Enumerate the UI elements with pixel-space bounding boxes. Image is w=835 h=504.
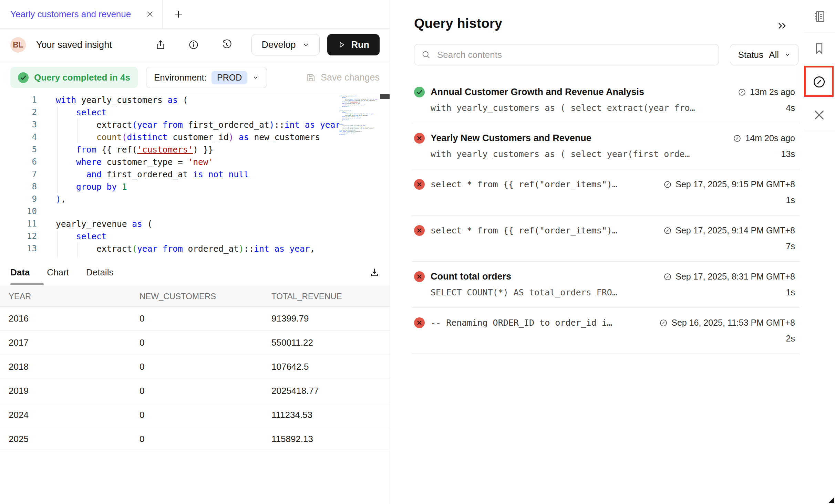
history-item-title: Annual Customer Growth and Revenue Analy… <box>431 87 644 97</box>
code-line[interactable]: 12 select <box>0 230 390 242</box>
chevron-down-icon <box>302 41 310 49</box>
tab-yearly-customers-and-revenue[interactable]: Yearly customers and revenue <box>0 0 163 28</box>
history-item[interactable]: Yearly New Customers and Revenue14m 20s … <box>412 123 800 169</box>
panel-title: Query history <box>414 16 502 31</box>
history-item[interactable]: -- Renaming ORDER_ID to order_id i…Sep 1… <box>412 308 800 354</box>
table-row: 201902025418.77 <box>0 379 390 403</box>
search-input[interactable] <box>437 50 712 60</box>
share-icon[interactable] <box>155 39 166 50</box>
code-line[interactable]: 3 extract(year from first_ordered_at)::i… <box>0 118 390 131</box>
table-cell: 2017 <box>0 337 131 348</box>
explore-icon[interactable] <box>803 108 835 122</box>
code-line[interactable]: 7 and first_ordered_at is not null <box>0 168 390 180</box>
save-changes-label: Save changes <box>321 72 380 83</box>
environment-select[interactable]: Environment: PROD <box>146 67 267 88</box>
download-icon[interactable] <box>369 267 380 277</box>
history-item[interactable]: Annual Customer Growth and Revenue Analy… <box>412 77 800 123</box>
code-line[interactable]: 2 select <box>0 106 390 118</box>
x-circle-icon <box>414 133 425 144</box>
table-row: 20170550011.22 <box>0 331 390 355</box>
code-line[interactable]: 11yearly_revenue as ( <box>0 218 390 230</box>
clock-icon <box>663 180 672 189</box>
history-item-sql-preview: SELECT COUNT(*) AS total_orders FRO… <box>431 287 617 297</box>
insight-title: Your saved insight <box>36 40 112 50</box>
new-tab-button[interactable] <box>163 0 194 28</box>
history-item-time: 14m 20s ago <box>745 133 795 143</box>
clock-icon <box>663 272 672 281</box>
version-history-icon[interactable] <box>221 39 232 50</box>
sql-code-editor[interactable]: 1with yearly_customers as (2 select3 ext… <box>0 94 390 259</box>
table-cell: 107642.5 <box>263 361 390 372</box>
x-circle-icon <box>414 179 425 190</box>
tab-details[interactable]: Details <box>86 267 113 278</box>
history-item-sql-preview: with yearly_customers as ( select extrac… <box>431 103 695 113</box>
indent-guide <box>57 231 58 258</box>
editor-scrollbar[interactable] <box>380 94 390 259</box>
table-cell: 0 <box>131 361 263 372</box>
avatar: BL <box>10 37 26 53</box>
chevron-down-icon <box>784 52 791 58</box>
code-line[interactable]: 13 extract(year from ordered_at)::int as… <box>0 242 390 255</box>
code-line[interactable]: 5 from {{ ref('customers') }} <box>0 143 390 156</box>
status-filter[interactable]: Status All <box>730 44 798 65</box>
notebook-icon[interactable] <box>803 9 835 24</box>
code-line[interactable]: 8 group by 1 <box>0 180 390 193</box>
line-number: 12 <box>0 231 37 241</box>
history-item[interactable]: Count total ordersSep 17, 2025, 8:31 PM … <box>412 262 800 308</box>
table-cell: 550011.22 <box>263 337 390 348</box>
line-number: 11 <box>0 219 37 229</box>
info-icon[interactable] <box>188 39 199 50</box>
table-cell: 115892.13 <box>263 434 390 444</box>
tab-close-icon[interactable] <box>146 10 154 18</box>
tab-chart[interactable]: Chart <box>47 267 69 278</box>
line-number: 1 <box>0 95 37 105</box>
code-line[interactable]: 10 <box>0 205 390 218</box>
code-line[interactable]: 9), <box>0 193 390 205</box>
table-row: 20250115892.13 <box>0 427 390 451</box>
history-item-time: Sep 17, 2025, 9:15 PM GMT+8 <box>676 179 795 189</box>
line-number: 13 <box>0 244 37 253</box>
scrollbar-thumb[interactable] <box>380 94 390 99</box>
clock-icon <box>659 318 668 327</box>
table-cell: 111234.53 <box>263 410 390 420</box>
collapse-panel-icon[interactable] <box>776 21 788 31</box>
code-line[interactable]: 4 count(distinct customer_id) as new_cus… <box>0 131 390 143</box>
column-header: YEAR <box>0 292 131 301</box>
clock-icon <box>733 134 742 143</box>
code-line[interactable]: 6 where customer_type = 'new' <box>0 156 390 168</box>
save-changes-button[interactable]: Save changes <box>306 72 380 83</box>
history-item-duration: 13s <box>781 149 795 159</box>
query-status-text: Query completed in 4s <box>34 72 130 83</box>
indent-guide <box>78 119 78 143</box>
annotation-highlight <box>804 66 834 97</box>
line-number: 2 <box>0 107 37 117</box>
tab-data[interactable]: Data <box>10 267 30 278</box>
history-item[interactable]: select * from {{ ref("order_items")…Sep … <box>412 216 800 262</box>
x-circle-icon <box>414 271 425 282</box>
code-line[interactable]: 1with yearly_customers as ( <box>0 94 390 106</box>
history-item[interactable]: select * from {{ ref("order_items")…Sep … <box>412 169 800 216</box>
history-list: Annual Customer Growth and Revenue Analy… <box>412 77 800 354</box>
check-circle-icon <box>18 72 29 83</box>
divider <box>803 130 835 130</box>
history-item-time: Sep 16, 2025, 11:53 PM GMT+8 <box>671 318 795 328</box>
history-item-sql-preview: with yearly_customers as ( select year(f… <box>431 149 690 159</box>
plus-icon <box>173 9 184 19</box>
line-number: 6 <box>0 157 37 167</box>
history-item-title: Yearly New Customers and Revenue <box>431 133 591 144</box>
clock-icon <box>663 226 672 235</box>
table-cell: 91399.79 <box>263 313 390 324</box>
editor-minimap[interactable]: with yearly_customers as ( select extrac… <box>339 94 380 258</box>
query-history-panel: Query history Status All Annual Customer… <box>391 0 803 504</box>
history-item-title: select * from {{ ref("order_items")… <box>431 179 617 189</box>
run-button[interactable]: Run <box>327 34 380 55</box>
line-number: 9 <box>0 194 37 204</box>
check-circle-icon <box>414 87 425 97</box>
table-cell: 0 <box>131 313 263 324</box>
develop-button[interactable]: Develop <box>251 34 319 55</box>
environment-value: PROD <box>212 71 247 84</box>
bookmark-icon[interactable] <box>803 41 835 56</box>
history-item-time: Sep 17, 2025, 9:14 PM GMT+8 <box>676 225 795 235</box>
tab-bar: Yearly customers and revenue <box>0 0 390 29</box>
divider <box>803 65 835 65</box>
